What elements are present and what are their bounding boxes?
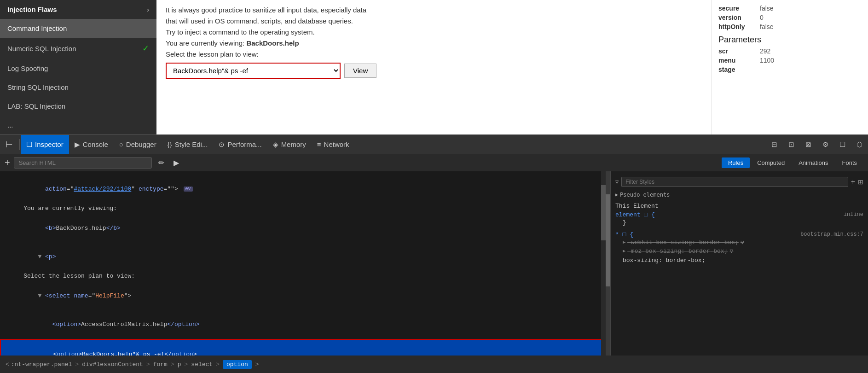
add-style-button[interactable]: +	[851, 178, 855, 186]
triangle-p: ▼	[31, 253, 45, 260]
inspector-tab[interactable]: ☐ Inspector	[21, 135, 69, 154]
parameters-section-title: Parameters	[718, 35, 862, 45]
open-bracket: <	[31, 225, 49, 232]
toggle-style-button[interactable]: ⊞	[858, 178, 863, 186]
search-html-input[interactable]	[14, 157, 152, 169]
breadcrumb-item-option-active[interactable]: option	[223, 360, 252, 369]
opt2-end-bracket: </	[164, 351, 172, 356]
responsive-button[interactable]: ⊠	[800, 140, 817, 149]
filter-row: ▽ + ⊞	[611, 175, 868, 189]
sidebar-item-log-spoofing[interactable]: Log Spoofing	[0, 59, 156, 78]
rules-tab[interactable]: Rules	[722, 157, 750, 168]
breadcrumb-forward-arrow[interactable]: >	[255, 361, 259, 368]
lesson-select[interactable]: BackDoors.help"& ps -ef	[166, 63, 341, 79]
breadcrumb-item-select[interactable]: select	[191, 361, 213, 368]
screenshot-button[interactable]: ▶	[171, 158, 182, 167]
lesson-form-row: BackDoors.help"& ps -ef View	[166, 63, 702, 79]
opt1-open: <	[31, 321, 56, 328]
sidebar-item-more[interactable]: ...	[0, 116, 156, 134]
performance-tab[interactable]: ⊙ Performa...	[213, 135, 267, 154]
tag-p: p	[49, 253, 52, 260]
opt2-endgt: >	[193, 351, 197, 356]
breadcrumb-item-div-lesson[interactable]: div#lessonContent	[82, 361, 143, 368]
cursor-tool-button[interactable]: ⊢	[0, 135, 18, 154]
tag-option2: option	[57, 351, 78, 356]
opt1-close: >	[77, 321, 81, 328]
filter-styles-input[interactable]	[621, 177, 848, 187]
style-editor-tab[interactable]: {} Style Edi...	[162, 135, 214, 154]
html-line-1[interactable]: action="#attack/292/1100" enctype=""> ev	[0, 175, 606, 204]
prop-key-menu: menu	[718, 57, 755, 64]
close-devtools-button[interactable]: ⬡	[851, 140, 868, 149]
filter-icon: ▽	[615, 179, 619, 186]
style-editor-icon: {}	[168, 140, 172, 148]
edit-html-button[interactable]: ✏	[156, 158, 167, 167]
breadcrumb-item-content-wrapper[interactable]: :nt-wrapper.panel	[11, 361, 72, 368]
network-tab[interactable]: ≡ Network	[312, 135, 355, 154]
checkmark-icon: ✓	[142, 43, 149, 53]
select-open: <	[45, 292, 49, 299]
this-element-section: This Element element □ { inline }	[611, 201, 868, 229]
html-line-5[interactable]: Select the lesson plan to view:	[0, 271, 606, 281]
split-view-button[interactable]: ⊟	[766, 140, 783, 149]
layout-button[interactable]: ⊡	[783, 140, 800, 149]
star-rule-source: bootstrap.min.css:7	[800, 231, 863, 238]
main-text-3: Try to inject a command to the operating…	[166, 27, 702, 38]
p-close: >	[52, 253, 56, 260]
sidebar-parent-item[interactable]: Injection Flaws ›	[0, 0, 156, 19]
add-element-button[interactable]: +	[5, 157, 10, 168]
animations-tab[interactable]: Animations	[792, 157, 834, 168]
sidebar-item-lab-sql[interactable]: LAB: SQL Injection	[0, 97, 156, 116]
tag-b: b	[49, 225, 52, 232]
pseudo-elements-label: Pseudo-elements	[620, 192, 670, 198]
element-rule-close: }	[615, 218, 863, 227]
breadcrumb-sep-2: >	[146, 361, 150, 368]
computed-tab[interactable]: Computed	[751, 157, 791, 168]
opt1-endgt: >	[196, 321, 200, 328]
html-panel-scroll-thumb[interactable]	[601, 185, 606, 240]
breadcrumb-item-form[interactable]: form	[153, 361, 168, 368]
prop-key-version: version	[718, 14, 755, 21]
arrow-webkit-2: ▽	[741, 238, 744, 247]
arrow-moz[interactable]: ▶	[623, 248, 625, 255]
end-tag-b: b	[113, 225, 117, 232]
html-line-6[interactable]: ▼ <select name="HelpFile">	[0, 282, 606, 310]
html-line-8-selected[interactable]: <option>BackDoors.help"& ps -ef</option>	[0, 339, 606, 356]
memory-tab[interactable]: ◈ Memory	[267, 135, 312, 154]
debugger-tab[interactable]: ○ Debugger	[114, 135, 162, 154]
prop-val-menu: 1100	[760, 57, 774, 64]
settings-button[interactable]: ⚙	[817, 140, 834, 149]
console-icon: ▶	[75, 140, 80, 149]
fonts-tab[interactable]: Fonts	[835, 157, 863, 168]
html-line-2[interactable]: You are currently viewing:	[0, 204, 606, 214]
html-panel-scrollbar[interactable]	[601, 171, 606, 356]
sidebar-item-command-injection[interactable]: Command Injection	[0, 19, 156, 38]
main-content: It is always good practice to sanitize a…	[156, 0, 712, 134]
view-button[interactable]: View	[344, 64, 376, 78]
mid-scrollbar[interactable]	[606, 171, 610, 356]
prop-key-httponly: httpOnly	[718, 23, 755, 30]
console-tab[interactable]: ▶ Console	[69, 135, 114, 154]
toolbar-separator-1	[19, 139, 20, 150]
attr-end: "	[131, 186, 139, 192]
styles-tabs: Rules Computed Animations Fonts	[722, 157, 863, 168]
star-rule-section: * □ { bootstrap.min.css:7 ▶ -webkit-box-…	[611, 229, 868, 267]
webkit-box-prop-text: -webkit-box-sizing: border-box;	[627, 238, 739, 247]
html-line-3[interactable]: <b>BackDoors.help</b>	[0, 214, 606, 243]
html-line-4[interactable]: ▼ <p>	[0, 243, 606, 271]
pseudo-elements-header[interactable]: ▶ Pseudo-elements	[615, 191, 863, 199]
html-line-7[interactable]: <option>AccessControlMatrix.help</option…	[0, 310, 606, 339]
window-button[interactable]: ☐	[834, 140, 851, 149]
prop-row-stage: stage	[718, 66, 862, 73]
back-arrow[interactable]: <	[6, 361, 9, 368]
option2-content: BackDoors.help"& ps -ef	[82, 351, 164, 356]
arrow-webkit[interactable]: ▶	[623, 239, 625, 246]
sidebar-item-string-sql[interactable]: String SQL Injection	[0, 78, 156, 97]
attr-name-name: name	[74, 292, 88, 299]
breadcrumb-item-p[interactable]: p	[178, 361, 181, 368]
html-panel[interactable]: action="#attack/292/1100" enctype=""> ev…	[0, 171, 606, 356]
sidebar-item-numeric-sql[interactable]: Numeric SQL Injection ✓	[0, 38, 156, 59]
search-row: + ✏ ▶ Rules Computed Animations Fonts	[0, 154, 868, 171]
mid-scrollbar-thumb[interactable]	[606, 194, 610, 286]
end-bracket: >	[117, 225, 121, 232]
